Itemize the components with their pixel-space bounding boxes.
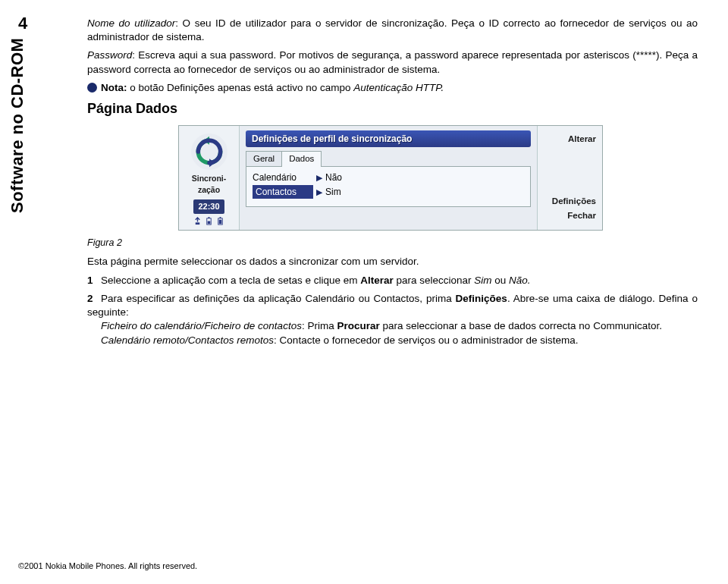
tabs: Geral Dados	[246, 151, 531, 167]
intro-text: Esta página permite seleccionar os dados…	[87, 255, 698, 268]
screen-left-col: Sincroni- zação 22:30	[179, 126, 240, 229]
side-title: Software no CD-ROM	[8, 38, 38, 311]
field-label: Password	[87, 49, 132, 61]
svg-rect-2	[196, 222, 200, 224]
steps-list: 1Seleccione a aplicação com a tecla de s…	[87, 274, 698, 347]
step-1: 1Seleccione a aplicação com a tecla de s…	[87, 274, 698, 287]
signal-icon	[193, 217, 202, 225]
tab-geral[interactable]: Geral	[246, 151, 282, 167]
tab-panel: Calendário ▶ Não Contactos ▶ Sim	[246, 166, 531, 207]
svg-rect-8	[220, 217, 221, 218]
note-bullet-icon	[87, 83, 97, 93]
row-label: Calendário	[253, 171, 313, 184]
svg-rect-4	[208, 221, 211, 224]
step-num: 1	[87, 274, 101, 287]
screen-right-col: Alterar Definições Fechar	[537, 126, 602, 229]
arrow-icon: ▶	[316, 172, 322, 184]
sync-label: Sincroni- zação	[192, 173, 227, 194]
battery-icon	[205, 217, 213, 225]
note-text: Nota: o botão Definições apenas está act…	[101, 81, 444, 95]
arrow-icon: ▶	[316, 187, 322, 198]
clock: 22:30	[193, 199, 224, 214]
row-value: Não	[325, 171, 342, 184]
field-text: : O seu ID de utilizador para o servidor…	[87, 17, 698, 42]
svg-rect-5	[209, 217, 210, 218]
step-2-sub2: Calendário remoto/Contactos remotos: Con…	[101, 334, 698, 347]
device-screen: Sincroni- zação 22:30 Definições de perf…	[178, 125, 603, 230]
para-nome-utilizador: Nome do utilizador: O seu ID de utilizad…	[87, 17, 698, 44]
row-value: Sim	[325, 186, 341, 198]
field-label: Nome do utilizador	[87, 17, 175, 29]
note-field: Autenticação HTTP.	[353, 82, 444, 93]
status-icons	[193, 217, 224, 225]
row-contactos[interactable]: Contactos ▶ Sim	[253, 185, 524, 199]
para-password: Password: Escreva aqui a sua password. P…	[87, 49, 698, 76]
fechar-button[interactable]: Fechar	[544, 210, 596, 222]
svg-rect-7	[219, 219, 222, 224]
step-2-sub1: Ficheiro do calendário/Ficheiro de conta…	[101, 319, 698, 333]
row-label-selected: Contactos	[253, 185, 313, 199]
figura-label: Figura 2	[87, 237, 698, 250]
field-text: : Escreva aqui a sua password. Por motiv…	[87, 49, 698, 74]
row-calendario[interactable]: Calendário ▶ Não	[253, 171, 524, 184]
heading-pagina-dados: Página Dados	[87, 99, 698, 118]
battery-icon	[216, 217, 224, 225]
copyright: ©2001 Nokia Mobile Phones. All rights re…	[18, 561, 197, 570]
note-label: Nota:	[101, 82, 127, 93]
sync-icon	[191, 133, 228, 170]
tab-dados[interactable]: Dados	[281, 151, 322, 167]
definicoes-button[interactable]: Definições	[544, 196, 596, 208]
alterar-button[interactable]: Alterar	[544, 133, 596, 146]
page-number: 4	[18, 14, 27, 33]
figure-2: Sincroni- zação 22:30 Definições de perf…	[87, 125, 698, 249]
step-num: 2	[87, 292, 101, 306]
note-row: Nota: o botão Definições apenas está act…	[87, 81, 698, 95]
screen-title: Definições de perfil de sincronização	[246, 130, 531, 147]
step-2: 2Para especificar as definições da aplic…	[87, 292, 698, 347]
screen-mid-col: Definições de perfil de sincronização Ge…	[240, 126, 537, 229]
main-content: Nome do utilizador: O seu ID de utilizad…	[87, 17, 698, 352]
